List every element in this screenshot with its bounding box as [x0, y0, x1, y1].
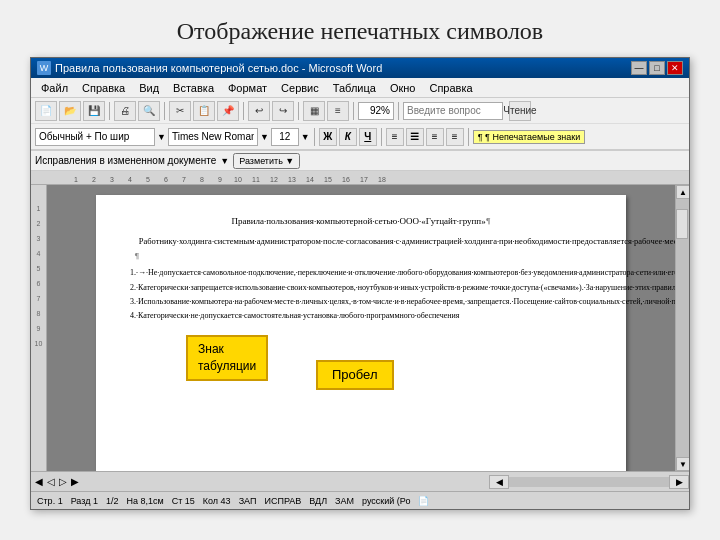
tracking-arrow[interactable]: ▼ — [220, 156, 229, 166]
preview-btn[interactable]: 🔍 — [138, 101, 160, 121]
status-isp: ИСПРАВ — [264, 496, 301, 506]
doc-scroll-area: 1 2 3 4 5 6 7 8 9 10 — [31, 185, 689, 471]
title-bar: W Правила пользования компьютерной сетью… — [31, 58, 689, 78]
cut-btn[interactable]: ✂ — [169, 101, 191, 121]
content-area: 1 2 3 4 5 6 7 8 9 10 11 12 13 14 — [31, 171, 689, 491]
minimize-button[interactable]: — — [631, 61, 647, 75]
bold-btn[interactable]: Ж — [319, 128, 337, 146]
italic-btn[interactable]: К — [339, 128, 357, 146]
underline-btn[interactable]: Ч — [359, 128, 377, 146]
nonprint-btn[interactable]: ¶ ¶ Непечатаемые знаки — [473, 130, 586, 144]
sep4 — [298, 102, 299, 120]
status-col: Кол 43 — [203, 496, 231, 506]
page-tab-icon3[interactable]: ▷ — [59, 476, 67, 487]
cols-btn[interactable]: ≡ — [327, 101, 349, 121]
style-input[interactable] — [35, 128, 155, 146]
status-position: На 8,1см — [126, 496, 163, 506]
top-ruler: 1 2 3 4 5 6 7 8 9 10 11 12 13 14 — [31, 171, 689, 185]
status-bar: Стр. 1 Разд 1 1/2 На 8,1см Ст 15 Кол 43 … — [31, 491, 689, 509]
maximize-button[interactable]: □ — [649, 61, 665, 75]
document-area: 1 2 3 4 5 6 7 8 9 10 11 12 13 14 — [31, 171, 689, 491]
menu-file[interactable]: Файл — [35, 81, 74, 95]
menu-spravka2[interactable]: Справка — [423, 81, 478, 95]
window-controls[interactable]: — □ ✕ — [631, 61, 683, 75]
toolbar-area: 📄 📂 💾 🖨 🔍 ✂ 📋 📌 ↩ ↪ ▦ ≡ — [31, 98, 689, 151]
left-ruler: 1 2 3 4 5 6 7 8 9 10 — [31, 185, 47, 471]
page-tab-icon2[interactable]: ◁ — [47, 476, 55, 487]
sep6 — [398, 102, 399, 120]
undo-btn[interactable]: ↩ — [248, 101, 270, 121]
callout-znak-tab: Знак табуляции — [186, 335, 268, 381]
sep9 — [468, 128, 469, 146]
doc-title: Правила·пользования·компьютерной·сетью·О… — [126, 215, 596, 228]
markup-btn[interactable]: Разметить ▼ — [233, 153, 300, 169]
paste-btn[interactable]: 📌 — [217, 101, 239, 121]
menu-servis[interactable]: Сервис — [275, 81, 325, 95]
save-btn[interactable]: 💾 — [83, 101, 105, 121]
window-title: Правила пользования компьютерной сетью.d… — [55, 62, 382, 74]
sep2 — [164, 102, 165, 120]
scroll-right-btn[interactable]: ▶ — [669, 475, 689, 489]
status-rec: ЗАП — [239, 496, 257, 506]
search-input[interactable] — [403, 102, 503, 120]
close-button[interactable]: ✕ — [667, 61, 683, 75]
list-item-4: 4.·Категорически·не·допускается·самостоя… — [126, 310, 596, 321]
font-input[interactable] — [168, 128, 258, 146]
menu-tablica[interactable]: Таблица — [327, 81, 382, 95]
sheet-tabs: ◀ ◁ ▷ ▶ — [31, 471, 489, 491]
sep7 — [314, 128, 315, 146]
menu-okno[interactable]: Окно — [384, 81, 422, 95]
scroll-thumb[interactable] — [676, 209, 688, 239]
redo-btn[interactable]: ↪ — [272, 101, 294, 121]
status-page: Стр. 1 — [37, 496, 63, 506]
page-tab-icon1[interactable]: ◀ — [35, 476, 43, 487]
status-lang: русский (Ро — [362, 496, 410, 506]
open-btn[interactable]: 📂 — [59, 101, 81, 121]
horiz-scrollbar[interactable]: ◀ ▶ — [489, 471, 689, 491]
zoom-input[interactable] — [358, 102, 394, 120]
horiz-track[interactable] — [509, 477, 669, 487]
sep3 — [243, 102, 244, 120]
table-btn[interactable]: ▦ — [303, 101, 325, 121]
align-left-btn[interactable]: ≡ — [386, 128, 404, 146]
menu-vid[interactable]: Вид — [133, 81, 165, 95]
doc-body: Работнику·холдинга·системным·администрат… — [126, 236, 596, 322]
status-line: Ст 15 — [172, 496, 195, 506]
menu-format[interactable]: Формат — [222, 81, 273, 95]
font-arrow[interactable]: ▼ — [260, 132, 269, 142]
scroll-left-btn[interactable]: ◀ — [489, 475, 509, 489]
menu-bar: Файл Справка Вид Вставка Формат Сервис Т… — [31, 78, 689, 98]
size-input[interactable] — [271, 128, 299, 146]
print-btn[interactable]: 🖨 — [114, 101, 136, 121]
style-arrow[interactable]: ▼ — [157, 132, 166, 142]
list-item-2: 2.·Категорически·запрещается·использован… — [126, 282, 596, 293]
align-right-btn[interactable]: ≡ — [426, 128, 444, 146]
status-docicon: 📄 — [418, 496, 429, 506]
sep1 — [109, 102, 110, 120]
justify-btn[interactable]: ≡ — [446, 128, 464, 146]
right-scrollbar: ▲ ▼ — [675, 185, 689, 471]
align-center-btn[interactable]: ☰ — [406, 128, 424, 146]
copy-btn[interactable]: 📋 — [193, 101, 215, 121]
list-item-1: 1.·→·Не·допускается·самовольное·подключе… — [126, 267, 596, 278]
reading-btn[interactable]: Чтение — [509, 101, 531, 121]
sep5 — [353, 102, 354, 120]
slide-title: Отображение непечатных символов — [0, 0, 720, 57]
doc-page[interactable]: Знак табуляции Пробел Правила·пользовани… — [96, 195, 626, 471]
new-btn[interactable]: 📄 — [35, 101, 57, 121]
word-icon: W — [37, 61, 51, 75]
tracking-toolbar: Исправления в измененном документе ▼ Раз… — [31, 151, 689, 171]
word-window: Абзац W Правила пользования компьютерной… — [30, 57, 690, 510]
ruler-numbers: 1 2 3 4 5 6 7 8 9 10 11 12 13 14 — [63, 176, 391, 183]
page-tab-icon4[interactable]: ▶ — [71, 476, 79, 487]
word-window-inner: W Правила пользования компьютерной сетью… — [30, 57, 690, 510]
menu-vstavka[interactable]: Вставка — [167, 81, 220, 95]
format-toolbar: ▼ ▼ ▼ Ж К Ч ≡ ☰ ≡ ≡ ¶ ¶ Непечатаемые зна… — [31, 124, 689, 150]
scroll-up-btn[interactable]: ▲ — [676, 185, 689, 199]
scroll-down-btn[interactable]: ▼ — [676, 457, 689, 471]
size-arrow[interactable]: ▼ — [301, 132, 310, 142]
doc-content-wrap[interactable]: Знак табуляции Пробел Правила·пользовани… — [47, 185, 675, 471]
menu-spravka1[interactable]: Справка — [76, 81, 131, 95]
scroll-track[interactable] — [676, 199, 689, 457]
sep8 — [381, 128, 382, 146]
